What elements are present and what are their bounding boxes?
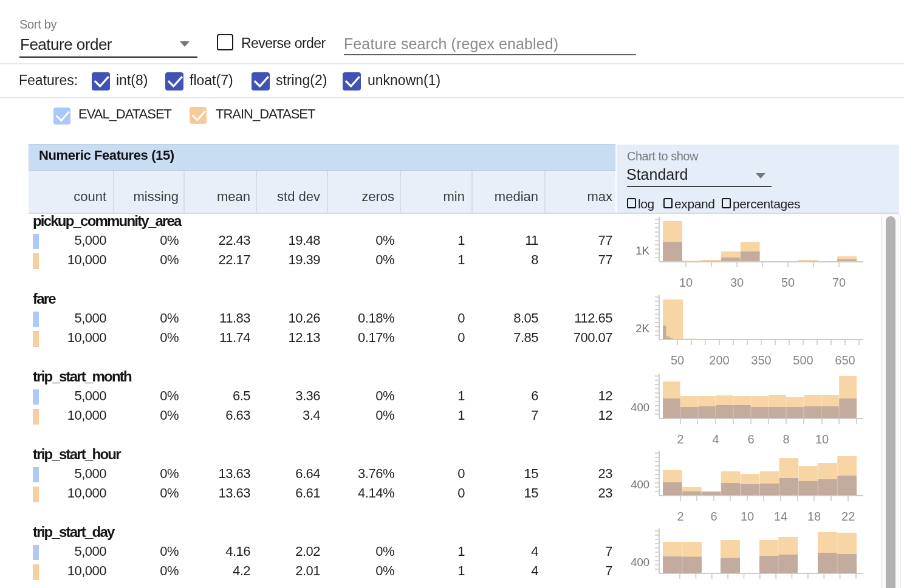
svg-text:10: 10: [815, 432, 829, 446]
svg-text:200: 200: [709, 354, 729, 367]
svg-text:50: 50: [671, 354, 684, 367]
svg-text:1K: 1K: [635, 244, 649, 257]
svg-text:650: 650: [835, 354, 855, 367]
svg-text:4: 4: [712, 432, 719, 446]
svg-text:500: 500: [793, 354, 813, 367]
svg-text:350: 350: [751, 354, 771, 367]
svg-text:70: 70: [832, 276, 846, 289]
svg-text:10: 10: [741, 510, 754, 523]
svg-text:2K: 2K: [635, 322, 649, 335]
svg-text:22: 22: [841, 510, 855, 523]
svg-text:30: 30: [730, 276, 744, 289]
svg-text:2: 2: [677, 432, 683, 446]
svg-text:10: 10: [679, 276, 693, 289]
svg-text:14: 14: [774, 510, 787, 523]
svg-text:8: 8: [782, 432, 789, 446]
svg-text:18: 18: [807, 510, 821, 523]
svg-text:6: 6: [747, 432, 754, 446]
svg-text:400: 400: [631, 401, 649, 414]
svg-text:2: 2: [677, 510, 683, 523]
svg-text:400: 400: [631, 556, 649, 569]
svg-text:6: 6: [710, 510, 717, 523]
svg-text:50: 50: [781, 276, 795, 289]
svg-text:400: 400: [631, 478, 649, 491]
